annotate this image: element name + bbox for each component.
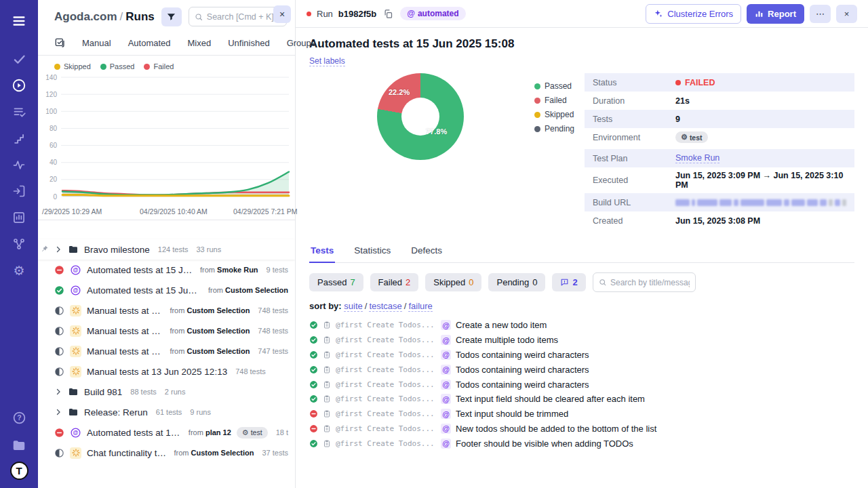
test-title[interactable]: Text input field should be cleared after… — [456, 394, 645, 404]
failed-status-icon — [309, 409, 318, 418]
branches-icon[interactable] — [7, 232, 31, 256]
run-group-row[interactable]: Build 981 88 tests 2 runs — [38, 382, 295, 402]
run-row[interactable]: @ Automated tests at 15 Jun 2025 15:01 f… — [38, 280, 295, 300]
tab-automated[interactable]: Automated — [128, 38, 171, 48]
filter-comments-button[interactable]: 2 — [552, 273, 585, 291]
projects-folder-icon[interactable] — [7, 434, 31, 457]
test-row[interactable]: @first Create Todos...@Todos containing … — [309, 377, 854, 392]
test-suite: @first Create Todos... — [336, 336, 436, 344]
tab-groups[interactable]: Groups — [287, 38, 316, 48]
test-plans-icon[interactable] — [7, 100, 31, 123]
runs-play-icon[interactable] — [7, 74, 31, 97]
tab-unfinished[interactable]: Unfinished — [228, 38, 269, 48]
filter-skipped-button[interactable]: Skipped0 — [425, 273, 481, 291]
filter-pending-button[interactable]: Pending0 — [488, 273, 545, 291]
set-labels-link[interactable]: Set labels — [309, 56, 345, 66]
folder-icon — [68, 244, 79, 255]
passed-status-icon — [309, 380, 318, 389]
sort-by-suite[interactable]: suite — [344, 301, 362, 312]
analytics-icon[interactable] — [7, 206, 31, 229]
test-title[interactable]: Todos containing weird characters — [456, 365, 589, 375]
run-row[interactable]: Manual tests at 13 Jun 2025 12:13 from C… — [38, 341, 295, 361]
test-title[interactable]: Create multiple todo items — [456, 335, 558, 345]
run-detail-header: Run b1982f5b @automated Clusterize Error… — [296, 0, 868, 28]
tab-manual[interactable]: Manual — [82, 38, 111, 48]
tab-defects[interactable]: Defects — [410, 241, 443, 262]
run-row[interactable]: Manual tests at 13 Jun 2025 12:16 from C… — [38, 321, 295, 341]
test-row[interactable]: @first Create Todos...@Text input field … — [309, 392, 854, 407]
copy-icon[interactable] — [382, 7, 395, 20]
test-row[interactable]: @first Create Todos...@Create multiple t… — [309, 333, 854, 348]
run-id: b1982f5b — [338, 9, 376, 19]
run-row[interactable]: Manual tests at 13 Jun 2025 12:17 from C… — [38, 300, 295, 321]
test-title[interactable]: Todos containing weird characters — [456, 380, 589, 390]
test-title[interactable]: Todos containing weird characters — [456, 350, 589, 360]
run-group-row[interactable]: Release: Rerun 61 tests 9 runs — [38, 402, 295, 422]
in-progress-status-icon — [54, 306, 64, 316]
tab-mixed[interactable]: Mixed — [188, 38, 212, 48]
sort-by-failure[interactable]: failure — [408, 301, 432, 312]
runs-panel: Agoda.com/Runs × Manual Automated Mixed … — [38, 0, 296, 488]
automated-badge[interactable]: @automated — [400, 7, 465, 20]
sidebar: ⚙ ? T — [0, 0, 38, 488]
menu-icon[interactable] — [7, 9, 31, 33]
test-plan-link[interactable]: Smoke Run — [675, 153, 719, 163]
breadcrumb-separator: / — [117, 10, 126, 23]
test-row[interactable]: @first Create Todos...@Todos containing … — [309, 348, 854, 363]
runs-search-input[interactable] — [207, 12, 281, 22]
trend-x-axis: /29/2025 10:29 AM 04/29/2025 10:40 AM 04… — [38, 206, 295, 220]
clipboard-icon — [323, 439, 331, 448]
test-title[interactable]: Footer should be visible when adding TOD… — [456, 439, 633, 449]
run-row[interactable]: @ Automated tests at 15 Jun 2025 15:08 f… — [38, 260, 295, 280]
project-name[interactable]: Agoda.com — [54, 10, 117, 23]
manual-run-icon — [70, 305, 81, 317]
testomat-logo[interactable]: T — [10, 462, 28, 480]
in-progress-status-icon — [54, 448, 64, 458]
filter-failed-button[interactable]: Failed2 — [370, 273, 419, 291]
clipboard-icon — [323, 350, 331, 359]
filter-passed-button[interactable]: Passed7 — [309, 273, 363, 291]
search-icon — [195, 12, 203, 22]
settings-gear-icon[interactable]: ⚙ — [7, 259, 31, 282]
status-badge: FAILED — [685, 78, 715, 87]
failed-percent-label: 22.2% — [389, 88, 410, 96]
imports-icon[interactable] — [7, 180, 31, 203]
test-row[interactable]: @first Create Todos...@New todos should … — [309, 422, 854, 436]
tests-search-input[interactable] — [610, 278, 690, 287]
pulse-icon[interactable] — [7, 153, 31, 176]
svg-text:140: 140 — [45, 74, 57, 81]
run-row[interactable]: @ Automated tests at 15 May 2025 12:32 f… — [38, 422, 295, 443]
test-row[interactable]: @first Create Todos...@Create a new todo… — [309, 318, 854, 333]
chevron-right-icon[interactable] — [54, 388, 62, 396]
chevron-right-icon[interactable] — [54, 245, 62, 253]
help-icon[interactable]: ? — [7, 406, 31, 429]
chevron-right-icon[interactable] — [54, 408, 62, 416]
automated-at-icon: @ — [441, 409, 451, 419]
test-title[interactable]: New todos should be added to the bottom … — [456, 424, 656, 434]
close-detail-button[interactable]: × — [836, 5, 857, 23]
run-row[interactable]: Chat functinality test Copy from Custom … — [38, 443, 295, 463]
panel-close-button[interactable]: × — [273, 5, 291, 23]
clusterize-errors-button[interactable]: Clusterize Errors — [646, 4, 741, 24]
svg-text:20: 20 — [50, 176, 58, 183]
clipboard-icon — [323, 336, 331, 344]
checks-icon[interactable] — [7, 47, 31, 70]
environment-badge: ⚙test — [675, 131, 708, 143]
test-row[interactable]: @first Create Todos...@Text input should… — [309, 407, 854, 422]
run-group-row[interactable]: Bravo milestone 124 tests 33 runs — [38, 239, 295, 260]
run-row[interactable]: Manual tests at 13 Jun 2025 12:13 748 te… — [38, 361, 295, 382]
test-row[interactable]: @first Create Todos...@Todos containing … — [309, 362, 854, 377]
test-title[interactable]: Text input should be trimmed — [456, 409, 568, 419]
detail-row-tests: Tests 9 — [585, 110, 854, 128]
select-all-icon[interactable] — [54, 37, 65, 48]
more-actions-button[interactable]: ⋯ — [810, 5, 831, 23]
test-row[interactable]: @first Create Todos...@Footer should be … — [309, 436, 854, 451]
runs-trend-chart: Skipped Passed Failed 020406080100120140… — [38, 55, 295, 220]
tab-statistics[interactable]: Statistics — [353, 241, 392, 262]
report-button[interactable]: Report — [747, 4, 804, 24]
filter-button[interactable] — [161, 7, 182, 26]
test-title[interactable]: Create a new todo item — [456, 320, 547, 330]
sort-by-testcase[interactable]: testcase — [369, 301, 401, 312]
tab-tests[interactable]: Tests — [309, 241, 335, 263]
milestones-icon[interactable] — [7, 127, 31, 150]
